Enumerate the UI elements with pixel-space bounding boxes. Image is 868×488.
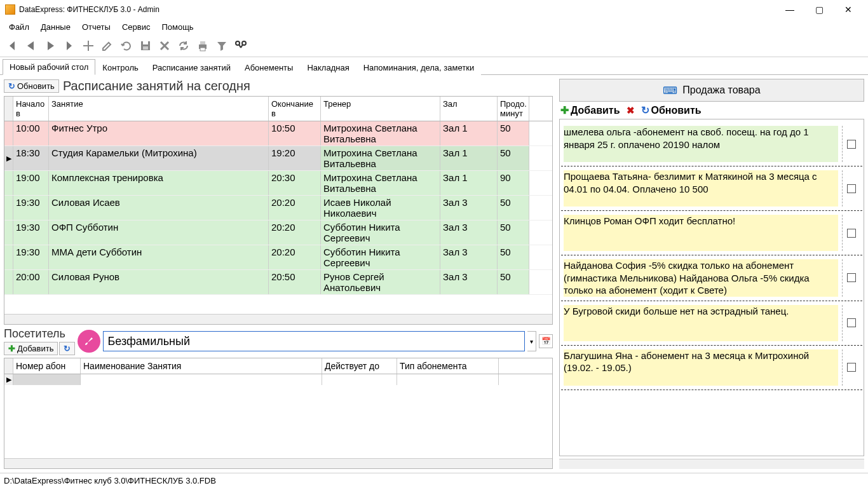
delete-note-button[interactable]: ✖ [625,105,636,116]
plus-icon: ✚ [560,104,569,116]
note-checkbox[interactable] [847,184,856,193]
tab-subscriptions[interactable]: Абонементы [238,60,300,75]
note-row[interactable]: шмелева ольга -абонемент на своб. посещ.… [561,122,862,166]
note-checkbox[interactable] [847,363,856,372]
svg-rect-2 [143,46,148,50]
refresh-icon: ↻ [8,81,15,91]
svg-rect-4 [200,41,205,44]
close-button[interactable]: ✕ [834,0,863,19]
menu-help[interactable]: Помощь [156,21,198,33]
menu-file[interactable]: Файл [4,21,34,33]
table-row[interactable]: 20:00Силовая Рунов20:50Рунов Сергей Анат… [4,270,552,295]
note-row[interactable]: Клинцов Роман ОФП ходит бесплатно! [561,211,862,255]
table-row[interactable]: 19:30ОФП Субботин20:20Субботин Никита Се… [4,220,552,245]
delete-icon: ✖ [627,105,635,116]
subscriptions-grid[interactable]: Номер абон Наименование Занятия Действуе… [4,358,553,469]
minimize-button[interactable]: — [775,0,804,19]
schedule-heading: Расписание занятий на сегодня [63,79,250,93]
note-checkbox[interactable] [847,229,856,238]
col-abon-type[interactable]: Тип абонемента [397,358,499,374]
refresh-visitor-button[interactable]: ↻ [59,342,75,355]
notes-list[interactable]: шмелева ольга -абонемент на своб. посещ.… [559,119,864,456]
svg-rect-5 [200,48,205,51]
undo-icon[interactable] [119,39,133,53]
next-icon[interactable] [43,39,57,53]
toolbar [0,34,868,57]
visitor-label: Посетитель [4,327,75,341]
add-visitor-button[interactable]: ✚Добавить [4,342,58,355]
h-scrollbar[interactable] [559,459,864,469]
tab-notes[interactable]: Напоминания, дела, заметки [356,60,481,75]
add-note-button[interactable]: ✚ Добавить [559,104,621,116]
col-abon-num[interactable]: Номер абон [13,358,81,374]
col-lesson-name[interactable]: Наименование Занятия [81,358,322,374]
svg-rect-1 [143,41,148,44]
tab-schedule[interactable]: Расписание занятий [146,60,238,75]
visitor-dropdown[interactable]: ▾ [527,331,536,351]
refresh-icon: ↻ [641,104,649,116]
sync-icon[interactable] [177,39,191,53]
table-row[interactable]: 19:30Силовая Исаев20:20Исаев Николай Ник… [4,196,552,220]
note-row[interactable]: У Бугровой скиди больше нет на эстрадный… [561,301,862,346]
col-valid-until[interactable]: Действует до [322,358,397,374]
visitor-input[interactable] [103,331,525,351]
tab-control[interactable]: Контроль [95,60,145,75]
table-row[interactable]: ▶18:30Студия Карамельки (Митрохина)19:20… [4,146,552,171]
note-checkbox[interactable] [847,140,856,149]
h-scrollbar[interactable] [4,458,552,468]
print-icon[interactable] [196,39,210,53]
save-icon[interactable] [139,39,153,53]
note-row[interactable]: Благушина Яна - абонемент на 3 месяца к … [561,346,862,390]
status-bar: D:\DataExpress\Фитнес клуб 3.0\ФИТНЕСКЛУ… [0,473,868,488]
col-duration[interactable]: Продо. минут [498,97,529,121]
col-lesson[interactable]: Занятие [49,97,269,121]
tab-new-desktop[interactable]: Новый рабочий стол [3,59,95,75]
tab-invoice[interactable]: Накладная [300,60,356,75]
calendar-icon[interactable]: 📅 [539,334,553,348]
first-icon[interactable] [5,39,19,53]
note-row[interactable]: Прощаева Татьяна- безлимит к Матякиной н… [561,166,862,211]
refresh-notes-button[interactable]: ↻ Обновить [640,104,703,116]
h-scrollbar[interactable] [4,314,552,324]
col-end[interactable]: Окончание в [269,97,321,121]
table-row[interactable]: 19:00Комплексная тренировка20:30Митрохин… [4,171,552,196]
search-icon[interactable] [234,39,248,53]
status-path: D:\DataExpress\Фитнес клуб 3.0\ФИТНЕСКЛУ… [4,476,216,485]
maximize-button[interactable]: ▢ [804,0,834,19]
refresh-icon: ↻ [64,344,71,353]
window-title: DataExpress: ФИТНЕСКЛУБ 3.0 - Admin [19,5,775,14]
edit-icon[interactable] [100,39,114,53]
sale-button[interactable]: ⌨ Продажа товара [559,79,864,102]
col-hall[interactable]: Зал [440,97,498,121]
last-icon[interactable] [62,39,76,53]
add-icon[interactable] [81,39,95,53]
note-checkbox[interactable] [847,273,856,282]
menu-bar: Файл Данные Отчеты Сервис Помощь [0,19,868,34]
table-row[interactable]: 19:30ММА дети Субботин20:20Субботин Ники… [4,245,552,270]
prev-icon[interactable] [24,39,38,53]
menu-data[interactable]: Данные [36,21,76,33]
schedule-grid[interactable]: Начало в Занятие Окончание в Тренер Зал … [4,96,553,325]
main-tabs: Новый рабочий стол Контроль Расписание з… [0,57,868,75]
table-row[interactable]: ▶ [4,374,552,385]
title-bar: DataExpress: ФИТНЕСКЛУБ 3.0 - Admin — ▢ … [0,0,868,19]
refresh-button[interactable]: ↻Обновить [4,79,59,93]
filter-icon[interactable] [215,39,229,53]
note-row[interactable]: Найданова София -5% скидка только на або… [561,255,862,301]
menu-service[interactable]: Сервис [117,21,156,33]
brush-icon[interactable] [78,330,100,353]
col-trainer[interactable]: Тренер [321,97,440,121]
app-icon [5,4,15,15]
plus-icon: ✚ [8,344,15,353]
note-checkbox[interactable] [847,318,856,327]
keyboard-icon: ⌨ [663,85,677,97]
table-row[interactable]: 10:00Фитнес Утро10:50Митрохина Светлана … [4,121,552,146]
menu-reports[interactable]: Отчеты [77,21,116,33]
delete-icon[interactable] [158,39,172,53]
col-start[interactable]: Начало в [13,97,49,121]
